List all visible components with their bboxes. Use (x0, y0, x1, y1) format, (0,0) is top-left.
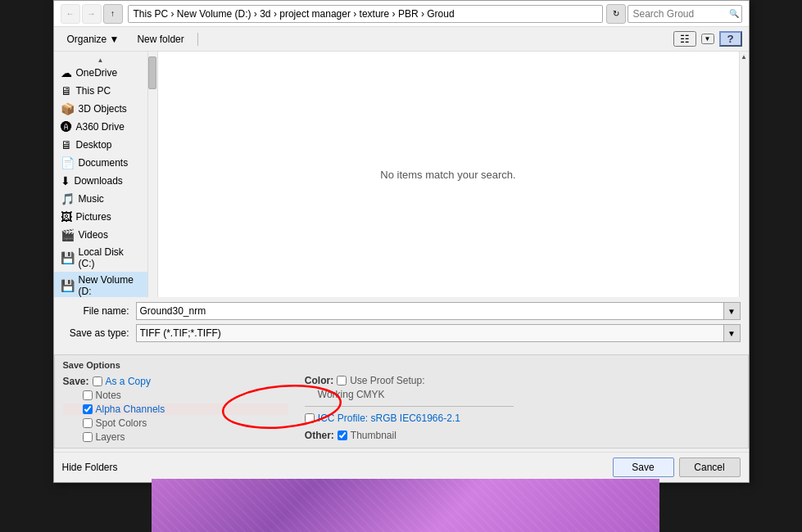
filename-input[interactable] (136, 302, 724, 320)
right-scrollbar[interactable]: ▲ (739, 52, 749, 297)
cancel-button[interactable]: Cancel (679, 458, 741, 477)
pictures-icon: 🖼 (61, 210, 72, 223)
notes-label: Notes (96, 390, 121, 401)
savetype-dropdown[interactable]: ▼ (724, 324, 741, 342)
scroll-up-arrow[interactable]: ▲ (741, 53, 747, 61)
sidebar-item-3dobjects[interactable]: 📦 3D Objects (54, 100, 147, 118)
hide-folders-button[interactable]: Hide Folders (62, 462, 118, 473)
breadcrumb[interactable]: This PC › New Volume (D:) › 3d › project… (128, 5, 603, 23)
music-icon: 🎵 (61, 192, 75, 205)
desktop-icon: 🖥 (61, 138, 72, 151)
spot-colors-label: Spot Colors (96, 417, 147, 429)
color-col-label: Color: (305, 375, 333, 386)
save-options-title: Save Options (63, 360, 120, 370)
sidebar-item-pictures[interactable]: 🖼 Pictures (54, 208, 147, 226)
texture-preview (152, 479, 659, 532)
new-folder-button[interactable]: New folder (130, 31, 190, 47)
thumbnail-label: Thumbnail (351, 430, 396, 441)
localdisk-icon: 💾 (61, 251, 75, 264)
sidebar-item-thispc[interactable]: 🖥 This PC (54, 82, 147, 100)
other-label: Other: (305, 430, 334, 441)
filename-label: File name: (62, 305, 136, 317)
layers-checkbox[interactable] (83, 432, 93, 442)
organize-button[interactable]: Organize ▼ (61, 31, 126, 47)
up-button[interactable]: ↑ (103, 4, 123, 24)
sidebar-item-downloads[interactable]: ⬇ Downloads (54, 172, 147, 190)
filename-dropdown[interactable]: ▼ (724, 302, 741, 320)
sidebar: ▲ ☁ OneDrive 🖥 This PC 📦 3D Objects 🅐 A3… (54, 52, 148, 297)
sidebar-item-music[interactable]: 🎵 Music (54, 190, 147, 208)
sidebar-item-videos[interactable]: 🎬 Videos (54, 226, 147, 244)
alpha-channels-checkbox[interactable] (83, 404, 93, 414)
savetype-input[interactable] (136, 324, 724, 342)
thispc-icon: 🖥 (61, 84, 72, 97)
3dobjects-icon: 📦 (61, 102, 75, 115)
view-options-button[interactable]: ☷ (673, 31, 696, 47)
empty-message: No items match your search. (380, 169, 515, 181)
view-dropdown-button[interactable]: ▼ (701, 34, 714, 44)
icc-profile-checkbox[interactable] (305, 413, 315, 423)
as-copy-link[interactable]: As a Copy (106, 376, 151, 387)
sidebar-item-newvolume[interactable]: 💾 New Volume (D: (54, 272, 147, 297)
sidebar-item-localdisk[interactable]: 💾 Local Disk (C:) (54, 244, 147, 272)
sidebar-item-desktop[interactable]: 🖥 Desktop (54, 136, 147, 154)
sidebar-scroll-up[interactable]: ▲ (54, 56, 147, 64)
refresh-button[interactable]: ↻ (606, 4, 626, 24)
breadcrumb-text: This PC › New Volume (D:) › 3d › project… (134, 8, 455, 20)
documents-icon: 📄 (61, 156, 75, 169)
icc-profile-link[interactable]: ICC Profile: sRGB IEC61966-2.1 (318, 413, 460, 424)
use-proof-checkbox[interactable] (337, 376, 347, 385)
videos-icon: 🎬 (61, 228, 75, 241)
thumbnail-checkbox[interactable] (338, 431, 347, 440)
alpha-channels-link[interactable]: Alpha Channels (96, 404, 165, 415)
downloads-icon: ⬇ (61, 174, 70, 187)
forward-button[interactable]: → (82, 4, 102, 24)
layers-label: Layers (96, 431, 125, 443)
onedrive-icon: ☁ (61, 66, 72, 79)
a360drive-icon: 🅐 (61, 120, 72, 133)
content-pane: No items match your search. (158, 52, 739, 297)
newvolume-icon: 💾 (61, 279, 75, 292)
back-button[interactable]: ← (61, 4, 80, 24)
savetype-label: Save as type: (62, 327, 136, 339)
sidebar-item-onedrive[interactable]: ☁ OneDrive (54, 64, 147, 82)
sidebar-scrollbar-track[interactable] (148, 56, 156, 89)
as-copy-checkbox[interactable] (93, 376, 102, 386)
help-button[interactable]: ? (719, 31, 742, 47)
toolbar-divider (197, 33, 198, 46)
save-button[interactable]: Save (613, 458, 674, 477)
spot-colors-checkbox[interactable] (83, 418, 93, 428)
sidebar-item-documents[interactable]: 📄 Documents (54, 154, 147, 172)
notes-checkbox[interactable] (83, 390, 93, 400)
search-input[interactable] (628, 5, 742, 23)
use-proof-label: Use Proof Setup: (350, 375, 424, 386)
sidebar-item-a360drive[interactable]: 🅐 A360 Drive (54, 118, 147, 136)
save-col-label: Save: (63, 376, 89, 387)
working-cmyk-label: Working CMYK (318, 389, 385, 400)
